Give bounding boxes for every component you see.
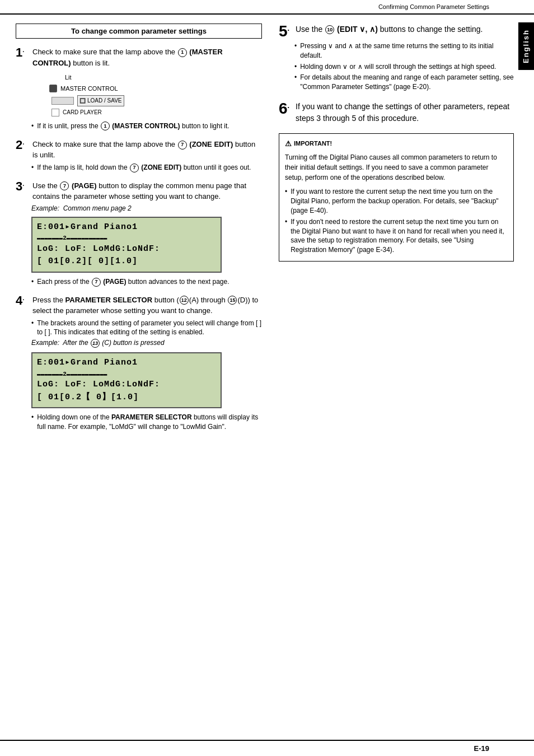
important-title: IMPORTANT! <box>285 138 508 150</box>
step-1-circle: 1 <box>178 48 187 57</box>
step-3-lcd: E:001▸Grand Piano1 ▬▬▬▬▬▬▬2▬▬▬▬▬▬▬▬▬▬▬ L… <box>31 217 222 273</box>
step-1-bullets: If it is unlit, press the 1 (MASTER CONT… <box>31 122 262 131</box>
header-title: Confirming Common Parameter Settings <box>378 3 489 10</box>
lcd-line-1: E:001▸Grand Piano1 <box>37 221 216 234</box>
mc-label: MASTER CONTROL <box>60 84 118 94</box>
step-5-bullets: Pressing ∨ and ∧ at the same time return… <box>294 41 514 92</box>
step-2-circle: 7 <box>178 141 187 150</box>
step-1: 1. Check to make sure that the lamp abov… <box>16 46 262 131</box>
step-6-number: 6. <box>279 101 292 116</box>
card-player-label: CARD PLAYER <box>63 108 102 117</box>
step-4-bullet-2: Holding down one of the PARAMETER SELECT… <box>31 413 262 432</box>
important-bullet-1: If you want to restore the current setup… <box>285 187 508 215</box>
step-2-number: 2. <box>16 139 29 151</box>
english-tab: English <box>518 22 534 70</box>
step-4-lcd: E:001▸Grand Piano1 ▬▬▬▬▬▬▬2▬▬▬▬▬▬▬▬▬▬▬ L… <box>31 352 222 408</box>
step-4-bullet-1: The brackets around the setting of param… <box>31 319 262 338</box>
lit-label: Lit <box>65 73 262 83</box>
step4-lcd-line-2: ▬▬▬▬▬▬▬2▬▬▬▬▬▬▬▬▬▬▬ <box>37 370 216 379</box>
step-3: 3. Use the 7 (PAGE) button to display th… <box>16 180 262 287</box>
important-text: Turning off the Digital Piano causes all… <box>285 152 508 183</box>
step-2-header: 2. Check to make sure that the lamp abov… <box>16 139 262 161</box>
step-2-text: Check to make sure that the lamp above t… <box>32 139 262 161</box>
step-3-number: 3. <box>16 180 29 193</box>
lcd-line-4: [ 01[0.2][ 0][1.0] <box>37 255 216 268</box>
main-content: To change common parameter settings 1. C… <box>0 15 534 451</box>
step-3-bullet-1: Each press of the 7 (PAGE) button advanc… <box>31 277 262 287</box>
step-6-header: 6. If you want to change the settings of… <box>279 101 514 124</box>
load-save-label: LOAD / SAVE <box>87 96 122 105</box>
step-1-bullet-circle: 1 <box>101 122 110 130</box>
step-5-bullet-1: Pressing ∨ and ∧ at the same time return… <box>294 41 514 60</box>
step-5-text: Use the 10 (EDIT ∨, ∧) buttons to change… <box>296 24 514 35</box>
lcd-line-2: ▬▬▬▬▬▬▬2▬▬▬▬▬▬▬▬▬▬▬ <box>37 234 216 243</box>
step-1-number: 1. <box>16 46 29 59</box>
step-2-bullets: If the lamp is lit, hold down the 7 (ZON… <box>31 163 262 172</box>
section-title: To change common parameter settings <box>16 24 262 39</box>
step-2: 2. Check to make sure that the lamp abov… <box>16 139 262 172</box>
step-3-example-label: Example: Common menu page 2 <box>31 204 262 212</box>
step-2-bullet-1: If the lamp is lit, hold down the 7 (ZON… <box>31 163 262 172</box>
page-footer: E-19 <box>0 740 534 756</box>
step-3-bullets: Each press of the 7 (PAGE) button advanc… <box>31 277 262 287</box>
step-3-bullet-circle: 7 <box>92 278 101 287</box>
step-4: 4. Press the PARAMETER SELECTOR button (… <box>16 295 262 432</box>
step-4-bullets-2: Holding down one of the PARAMETER SELECT… <box>31 413 262 432</box>
step-5-bullet-2: Holding down ∨ or ∧ will scroll through … <box>294 62 514 72</box>
important-box: IMPORTANT! Turning off the Digital Piano… <box>279 133 514 262</box>
step4-lcd-line-1: E:001▸Grand Piano1 <box>37 357 216 370</box>
left-column: To change common parameter settings 1. C… <box>16 24 273 440</box>
step4-lcd-line-4: [ 01[0.2【 0】[1.0] <box>37 391 216 404</box>
lcd-line-3: LoG: LoF: LoMdG:LoNdF: <box>37 243 216 256</box>
step-5: 5. Use the 10 (EDIT ∨, ∧) buttons to cha… <box>279 24 514 92</box>
step-1-diagram: Lit MASTER CONTROL 🔲 LOAD / SAVE <box>38 73 262 117</box>
step-3-header: 3. Use the 7 (PAGE) button to display th… <box>16 180 262 202</box>
step-5-circle: 10 <box>325 25 334 34</box>
step-3-text: Use the 7 (PAGE) button to display the c… <box>32 180 262 202</box>
step-5-header: 5. Use the 10 (EDIT ∨, ∧) buttons to cha… <box>279 24 514 39</box>
step-4-header: 4. Press the PARAMETER SELECTOR button (… <box>16 295 262 316</box>
step-4-text: Press the PARAMETER SELECTOR button (12(… <box>32 295 262 316</box>
step-5-number: 5. <box>279 24 292 39</box>
page-container: Confirming Common Parameter Settings Eng… <box>0 0 534 756</box>
important-bullet-2: If you don't need to restore the current… <box>285 217 508 255</box>
step-4-bullets: The brackets around the setting of param… <box>31 319 262 338</box>
step4-lcd-line-3: LoG: LoF: LoMdG:LoNdF: <box>37 379 216 391</box>
step-1-text: Check to make sure that the lamp above t… <box>32 46 262 68</box>
step-4-number: 4. <box>16 295 29 307</box>
step-1-header: 1. Check to make sure that the lamp abov… <box>16 46 262 68</box>
page-number: E-19 <box>474 744 489 753</box>
step-2-bullet-circle: 7 <box>130 164 139 172</box>
step-5-bullet-3: For details about the meaning and range … <box>294 73 514 92</box>
step-6-text: If you want to change the settings of ot… <box>296 101 514 124</box>
step-6: 6. If you want to change the settings of… <box>279 101 514 124</box>
important-bullets: If you want to restore the current setup… <box>285 187 508 255</box>
page-header: Confirming Common Parameter Settings <box>0 0 534 15</box>
right-column: 5. Use the 10 (EDIT ∨, ∧) buttons to cha… <box>273 24 514 440</box>
step-4-example-label: Example: After the 13 (C) button is pres… <box>31 339 262 348</box>
step-1-bullet-1: If it is unlit, press the 1 (MASTER CONT… <box>31 122 262 131</box>
step-3-circle: 7 <box>60 181 69 190</box>
